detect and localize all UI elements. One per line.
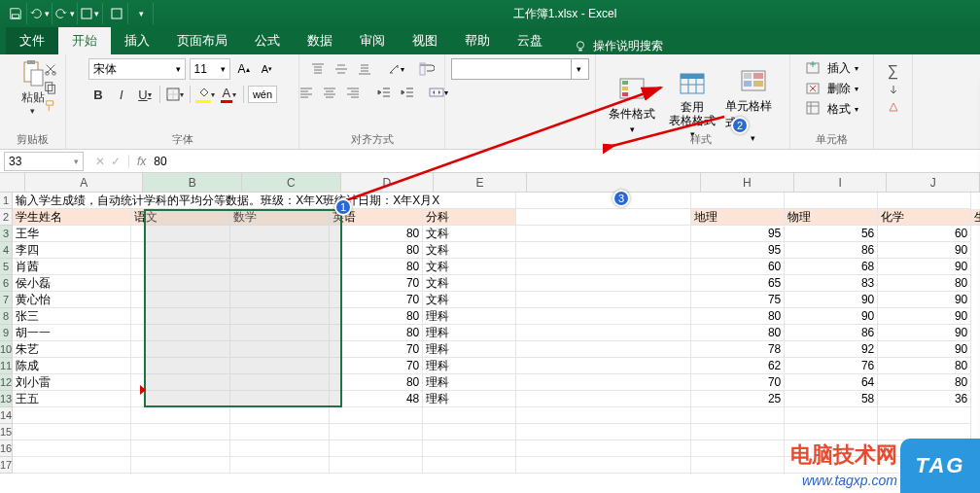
row-header[interactable]: 6 (0, 275, 13, 292)
number-format-combo[interactable]: ▾ (451, 58, 589, 80)
cell[interactable] (131, 226, 230, 242)
cell[interactable] (230, 457, 330, 474)
tab-review[interactable]: 审阅 (346, 27, 399, 54)
cell[interactable]: 文科 (423, 259, 516, 275)
cell[interactable] (230, 275, 330, 292)
cell[interactable] (516, 325, 691, 341)
row-header[interactable]: 15 (0, 424, 13, 440)
cell[interactable]: 王华 (13, 226, 131, 242)
cell[interactable] (423, 440, 516, 457)
cell[interactable] (230, 292, 330, 308)
cell[interactable]: 36 (878, 391, 971, 407)
cell[interactable] (131, 358, 230, 374)
delete-cells-button[interactable]: 删除 ▾ (806, 79, 858, 99)
cell[interactable]: 李四 (13, 242, 131, 259)
row-header[interactable]: 13 (0, 391, 13, 407)
cell[interactable] (878, 407, 971, 424)
cell[interactable] (691, 440, 785, 457)
cell[interactable]: 理科 (423, 325, 516, 341)
undo-icon[interactable]: ▾ (29, 3, 52, 24)
cell[interactable] (691, 457, 785, 474)
cell[interactable] (230, 374, 330, 391)
cell[interactable] (131, 242, 230, 259)
cell[interactable]: 83 (785, 275, 878, 292)
cell[interactable]: 80 (691, 325, 785, 341)
tab-file[interactable]: 文件 (6, 27, 58, 54)
italic-button[interactable]: I (111, 84, 132, 105)
cell[interactable]: 化学 (878, 209, 971, 226)
cell[interactable]: 90 (785, 292, 878, 308)
align-bottom-icon[interactable] (354, 58, 375, 80)
cell[interactable]: 80 (330, 242, 423, 259)
clear-icon[interactable] (887, 100, 900, 117)
font-name-select[interactable]: 宋体▾ (88, 58, 186, 80)
cell[interactable]: 62 (691, 358, 785, 374)
cells-area[interactable]: 输入学生成绩，自动统计学科的平均分等数据。班级：X年X班统计日期：X年X月X学生… (13, 193, 980, 474)
cell[interactable] (131, 424, 230, 440)
cell[interactable] (516, 457, 691, 474)
row-header[interactable]: 12 (0, 374, 13, 391)
tab-insert[interactable]: 插入 (111, 27, 163, 54)
align-top-icon[interactable] (307, 58, 329, 80)
decrease-indent-icon[interactable] (373, 82, 395, 103)
cell[interactable] (516, 407, 691, 424)
cell[interactable] (516, 358, 691, 374)
cell[interactable]: 90 (878, 341, 971, 358)
cell[interactable]: 48 (330, 391, 423, 407)
cut-icon[interactable] (42, 60, 59, 78)
worksheet-grid[interactable]: A B C D E H I J 123456789101112131415161… (0, 173, 980, 474)
wrap-text-icon[interactable] (416, 58, 438, 80)
cell[interactable]: 地理 (691, 209, 785, 226)
name-box[interactable]: 33▾ (4, 152, 84, 171)
format-painter-icon[interactable] (42, 97, 59, 115)
cell[interactable] (516, 374, 691, 391)
cell[interactable] (516, 209, 691, 226)
cell[interactable]: 文科 (423, 292, 516, 308)
cell[interactable]: 理科 (423, 391, 516, 407)
row-header[interactable]: 16 (0, 440, 13, 457)
cell[interactable] (691, 193, 785, 209)
fill-icon[interactable] (887, 84, 900, 100)
cell[interactable]: 肖茜 (13, 259, 131, 275)
decrease-font-icon[interactable]: A▾ (258, 58, 277, 80)
cell[interactable]: 56 (785, 226, 878, 242)
row-header[interactable]: 9 (0, 325, 13, 341)
cell[interactable]: 文科 (423, 242, 516, 259)
tab-help[interactable]: 帮助 (451, 27, 504, 54)
enter-icon[interactable]: ✓ (111, 155, 121, 168)
cell[interactable] (131, 440, 230, 457)
cell[interactable]: 70 (330, 275, 423, 292)
align-right-icon[interactable] (342, 82, 364, 103)
cell[interactable] (230, 325, 330, 341)
cell[interactable] (13, 457, 131, 474)
col-header-H[interactable]: H (701, 173, 794, 192)
cell[interactable]: 80 (330, 325, 423, 341)
cell[interactable]: 物理 (785, 209, 878, 226)
row-header[interactable]: 3 (0, 226, 13, 242)
cell[interactable]: 80 (330, 226, 423, 242)
col-header-B[interactable]: B (143, 173, 242, 192)
cell[interactable] (230, 242, 330, 259)
cell[interactable] (13, 407, 131, 424)
cell[interactable]: 80 (330, 308, 423, 325)
cell[interactable] (516, 242, 691, 259)
cell[interactable] (785, 193, 878, 209)
cell[interactable] (330, 407, 423, 424)
redo-icon[interactable]: ▾ (54, 3, 78, 24)
cell[interactable] (230, 407, 330, 424)
col-header-J[interactable]: J (887, 173, 980, 192)
cell[interactable]: 78 (691, 341, 785, 358)
tab-layout[interactable]: 页面布局 (163, 27, 241, 54)
align-middle-icon[interactable] (331, 58, 352, 80)
tab-cloud[interactable]: 云盘 (504, 27, 556, 54)
cell[interactable] (131, 457, 230, 474)
cancel-icon[interactable]: ✕ (95, 155, 105, 168)
row-header[interactable]: 8 (0, 308, 13, 325)
tab-data[interactable]: 数据 (294, 27, 346, 54)
cell[interactable]: 80 (878, 275, 971, 292)
cell[interactable]: 输入学生成绩，自动统计学科的平均分等数据。班级：X年X班统计日期：X年X月X (13, 193, 516, 209)
cell[interactable]: 70 (691, 374, 785, 391)
cell[interactable] (516, 259, 691, 275)
cell[interactable]: 90 (878, 308, 971, 325)
cell[interactable] (330, 424, 423, 440)
